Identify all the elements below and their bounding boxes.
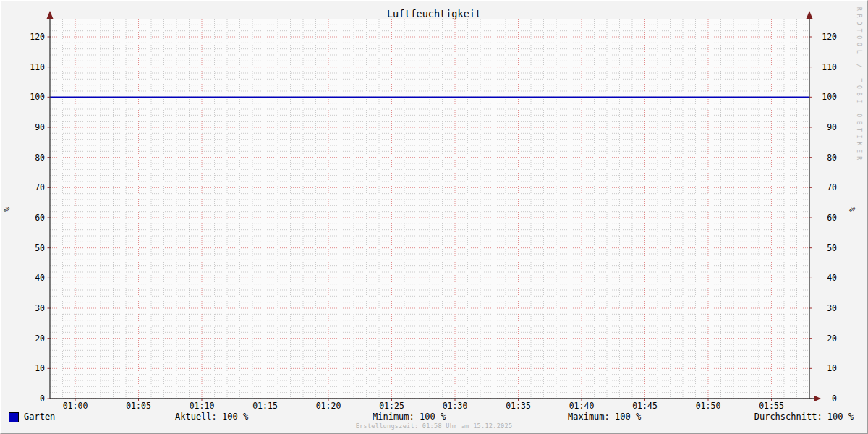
svg-text:60: 60 bbox=[827, 213, 837, 223]
svg-text:01:55: 01:55 bbox=[759, 401, 784, 411]
svg-text:01:35: 01:35 bbox=[506, 401, 531, 411]
svg-text:01:10: 01:10 bbox=[190, 401, 215, 411]
svg-text:10: 10 bbox=[827, 363, 837, 373]
svg-text:30: 30 bbox=[35, 303, 45, 313]
stat-maximum: Maximum: 100 % bbox=[568, 412, 641, 422]
svg-text:0: 0 bbox=[40, 393, 45, 404]
svg-text:40: 40 bbox=[827, 273, 837, 283]
svg-text:01:45: 01:45 bbox=[632, 401, 658, 411]
svg-text:80: 80 bbox=[35, 153, 45, 163]
svg-text:01:50: 01:50 bbox=[696, 401, 721, 411]
svg-text:50: 50 bbox=[35, 243, 45, 253]
stat-minimum: Minimum: 100 % bbox=[373, 412, 446, 422]
svg-text:70: 70 bbox=[35, 182, 45, 192]
chart-plot-area: 0010102020303040405050606070708080909010… bbox=[1, 1, 867, 411]
series-color-swatch bbox=[9, 412, 19, 422]
svg-text:120: 120 bbox=[822, 32, 837, 42]
svg-text:90: 90 bbox=[827, 122, 837, 132]
stat-aktuell: Aktuell: 100 % bbox=[175, 412, 248, 422]
svg-text:120: 120 bbox=[30, 32, 45, 42]
legend-row: Garten Aktuell: 100 % Minimum: 100 % Max… bbox=[1, 412, 867, 423]
svg-text:10: 10 bbox=[35, 363, 45, 373]
svg-text:01:20: 01:20 bbox=[316, 401, 341, 411]
svg-text:30: 30 bbox=[827, 303, 837, 313]
svg-text:110: 110 bbox=[822, 62, 837, 72]
svg-text:0: 0 bbox=[832, 393, 837, 404]
svg-text:20: 20 bbox=[827, 333, 837, 344]
svg-text:40: 40 bbox=[35, 273, 45, 283]
svg-text:01:15: 01:15 bbox=[252, 401, 278, 411]
svg-text:80: 80 bbox=[827, 153, 837, 163]
svg-text:50: 50 bbox=[827, 243, 837, 253]
svg-text:20: 20 bbox=[35, 333, 45, 344]
svg-text:90: 90 bbox=[35, 122, 45, 132]
svg-text:100: 100 bbox=[822, 92, 837, 102]
svg-text:01:00: 01:00 bbox=[63, 401, 88, 411]
svg-text:01:25: 01:25 bbox=[379, 401, 404, 411]
svg-text:01:05: 01:05 bbox=[126, 401, 151, 411]
svg-text:70: 70 bbox=[827, 182, 837, 192]
svg-text:110: 110 bbox=[30, 62, 45, 72]
svg-text:01:40: 01:40 bbox=[569, 401, 595, 411]
svg-text:01:30: 01:30 bbox=[443, 401, 468, 411]
rrdtool-graph: Luftfeuchtigkeit RRDTOOL / TOBI OETIKER … bbox=[0, 0, 868, 434]
creation-timestamp: Erstellungszeit: 01:58 Uhr am 15.12.2025 bbox=[1, 422, 867, 430]
svg-text:60: 60 bbox=[35, 213, 45, 223]
stat-durchschnitt: Durchschnitt: 100 % bbox=[754, 412, 854, 422]
svg-text:100: 100 bbox=[30, 92, 45, 102]
series-label: Garten bbox=[24, 412, 55, 422]
